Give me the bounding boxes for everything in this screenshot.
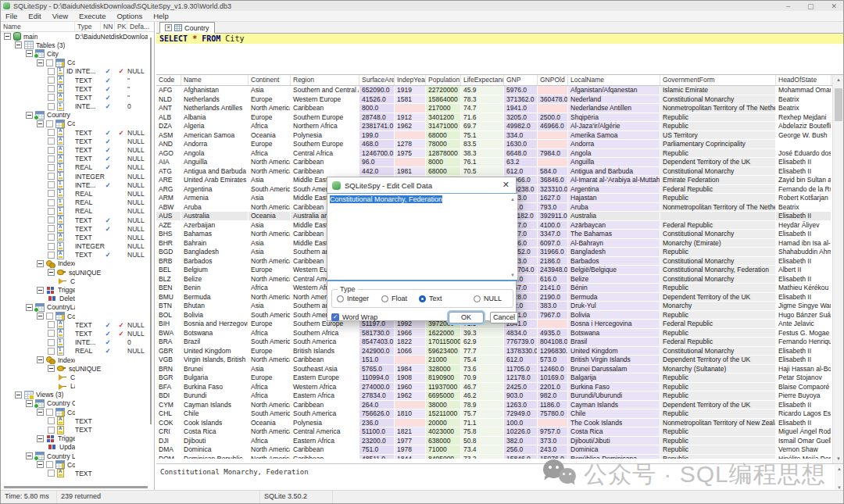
cell-region[interactable]: South America — [291, 338, 359, 347]
cell-gnpold[interactable]: 6097.0 — [538, 239, 568, 248]
tree-checkbox[interactable] — [48, 129, 55, 136]
tree-header-pk[interactable]: PK — [115, 22, 127, 31]
cell-gnpold[interactable]: 36846.0 — [538, 176, 568, 185]
cell-continent[interactable]: North America — [249, 356, 291, 365]
cell-gov[interactable]: Dependent Territory of the UK — [660, 356, 776, 365]
minimize-button[interactable]: – — [786, 2, 790, 10]
cell-gnp[interactable]: 4834.0 — [504, 329, 538, 338]
expander-minus-icon[interactable] — [26, 50, 33, 57]
menu-item-file[interactable]: File — [5, 12, 17, 20]
cell-surface[interactable]: 442.0 — [359, 167, 395, 177]
table-row[interactable]: DJIDjiboutiAfricaEastern Africa23200.019… — [156, 437, 832, 446]
cell-head[interactable]: Heydär Äliyev — [776, 221, 831, 231]
cell-gnp[interactable]: 1630.0 — [504, 140, 538, 149]
cell-pop[interactable]: 21000 — [426, 356, 461, 365]
cell-gov[interactable]: Parliamentary Coprincipality — [660, 140, 776, 149]
cell-gnpold[interactable]: 12460.0 — [538, 365, 568, 374]
cell-pop[interactable]: 638000 — [426, 437, 461, 446]
tree-row[interactable]: INTE...✓0 — [1, 338, 148, 347]
cell-name[interactable]: Benin — [181, 284, 249, 293]
cell-local[interactable]: Al-Jaza'ir/Algérie — [568, 122, 660, 131]
cell-head[interactable] — [776, 140, 831, 149]
cell-local[interactable]: British Virgin Islands — [568, 356, 660, 365]
cell-pop[interactable]: 3401200 — [426, 113, 461, 123]
column-header-indep[interactable]: IndepYear — [395, 75, 426, 85]
cell-name[interactable]: Bahrain — [181, 239, 249, 248]
cell-head[interactable]: Fernando de la Rúa — [776, 185, 831, 195]
cell-pop[interactable]: 328000 — [426, 365, 461, 374]
cell-name[interactable]: Barbados — [181, 257, 249, 266]
cell-head[interactable]: Shahabuddin Ahmad — [776, 248, 831, 257]
cell-continent[interactable]: North America — [249, 275, 291, 284]
cell-pop[interactable]: 78000 — [426, 140, 461, 149]
cell-continent[interactable]: Asia — [249, 221, 291, 231]
cell-local[interactable]: Burundi/Uburundi — [568, 391, 660, 401]
cell-continent[interactable]: South America — [249, 311, 291, 320]
cell-code[interactable]: BGR — [156, 374, 181, 383]
cell-region[interactable]: Caribbean — [291, 104, 359, 113]
tree-header-defa[interactable]: Defa... — [127, 22, 154, 31]
cell-gnp[interactable]: 371362.0 — [504, 95, 538, 105]
cell-name[interactable]: Bahamas — [181, 230, 249, 239]
cell-head[interactable]: Beatrix — [776, 104, 831, 113]
cell-head[interactable]: Pierre Buyoya — [776, 391, 831, 401]
cell-name[interactable]: Netherlands — [181, 95, 249, 105]
cell-pop[interactable]: 71000 — [426, 445, 461, 455]
table-row[interactable]: ALBAlbaniaEuropeSouthern Europe28748.019… — [156, 113, 832, 123]
cell-pop[interactable]: 68000 — [426, 167, 461, 177]
tree-row[interactable]: INTEGERNULL — [1, 242, 148, 251]
tree-row[interactable]: TEXTNULL — [1, 233, 148, 241]
cell-head[interactable]: Blaise Compaoré — [776, 383, 831, 392]
table-row[interactable]: CRICosta RicaNorth AmericaCentral Americ… — [156, 427, 832, 437]
cell-region[interactable]: Caribbean — [291, 158, 359, 167]
cell-pop[interactable]: 15864000 — [426, 95, 461, 105]
preview-scrollbar[interactable]: ▲ ▼ — [835, 465, 844, 491]
cell-gov[interactable]: Monarchy (Emirate) — [660, 239, 776, 248]
cell-indep[interactable] — [395, 104, 426, 113]
cell-region[interactable]: Polynesia — [291, 131, 359, 141]
cell-continent[interactable]: Africa — [249, 329, 291, 338]
cell-gnp[interactable]: 334.0 — [504, 131, 538, 141]
cell-code[interactable]: VGB — [156, 356, 181, 365]
table-row[interactable]: VGBVirgin Islands, BritishNorth AmericaC… — [156, 356, 832, 365]
textarea-scroll-down-icon[interactable]: ▼ — [510, 273, 515, 277]
cell-region[interactable]: Eastern Europe — [291, 374, 359, 383]
cell-continent[interactable]: Europe — [249, 266, 291, 275]
cell-name[interactable]: Belgium — [181, 266, 249, 275]
cell-name[interactable]: United Arab Emirates — [181, 176, 249, 185]
cell-local[interactable]: Al-Imarat al-'Arabiya al-Muttahida — [568, 176, 660, 185]
cell-local[interactable]: Shqipëria — [568, 113, 660, 123]
cell-life[interactable]: 75.7 — [461, 409, 504, 419]
cell-head[interactable]: Zayid bin Sultan al-Nahayan — [776, 176, 831, 185]
cell-gnpold[interactable]: 2141.0 — [538, 284, 568, 293]
cell-name[interactable]: Virgin Islands, British — [181, 356, 249, 365]
cell-local[interactable]: Hajastan — [568, 194, 660, 203]
cell-gov[interactable]: Republic — [660, 437, 776, 446]
cell-continent[interactable]: North America — [249, 257, 291, 266]
cell-head[interactable]: Mathieu Kérékou — [776, 284, 831, 293]
cell-head[interactable]: Mohammad Omar — [776, 86, 831, 95]
expander-minus-icon[interactable] — [26, 304, 33, 311]
tree-row[interactable]: Triggers (1) — [1, 434, 148, 443]
cell-gov[interactable]: Nonmetropolitan Territory of New Zealand — [660, 419, 776, 428]
cell-gnpold[interactable] — [538, 419, 568, 428]
cell-name[interactable]: Burkina Faso — [181, 383, 249, 392]
cell-code[interactable]: BFA — [156, 383, 181, 392]
cell-head[interactable]: Beatrix — [776, 95, 831, 105]
tree-checkbox[interactable] — [46, 120, 53, 127]
table-row[interactable]: CYMCayman IslandsNorth AmericaCaribbean2… — [156, 401, 832, 410]
radio-null[interactable]: NULL — [474, 295, 502, 302]
tree-row[interactable]: Update_Country_Capitals — [1, 443, 148, 452]
cell-continent[interactable]: North America — [249, 230, 291, 239]
tree-row[interactable]: TEXT✓'' — [1, 76, 148, 84]
tree-checkbox[interactable] — [46, 409, 53, 416]
cell-head[interactable]: José Eduardo dos Santos — [776, 149, 831, 159]
cell-gnpold[interactable]: 383.0 — [538, 302, 568, 311]
cell-continent[interactable]: Europe — [249, 374, 291, 383]
cell-head[interactable]: Fernando Henrique Cardoso — [776, 338, 831, 347]
tree-row[interactable]: Columns (2) — [1, 408, 148, 416]
scroll-down-icon[interactable]: ▼ — [833, 454, 844, 463]
cell-surface[interactable]: 581730.0 — [359, 329, 395, 338]
cell-gnp[interactable]: 612.0 — [504, 167, 538, 177]
tree-checkbox[interactable] — [48, 138, 55, 145]
